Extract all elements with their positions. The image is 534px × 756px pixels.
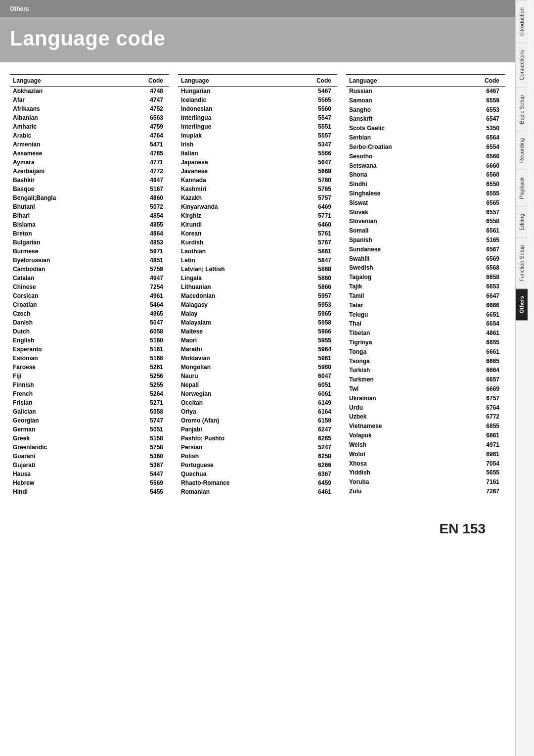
- language-name: Slovak: [346, 208, 453, 217]
- col2-lang-header: Language: [178, 75, 289, 87]
- language-code: 6553: [453, 105, 505, 115]
- language-code: 4847: [117, 176, 169, 185]
- language-name: Persian: [178, 443, 289, 452]
- table-row: Thai6654: [346, 319, 505, 329]
- language-name: Swahili: [346, 254, 453, 264]
- language-code: 4947: [117, 274, 169, 283]
- table-row: Mongolian5960: [178, 363, 337, 372]
- table-row: Kannada5760: [178, 176, 337, 185]
- table-row: Swedish6568: [346, 263, 505, 273]
- language-name: Tatar: [346, 301, 453, 310]
- sidebar-tab-connections[interactable]: Connections: [516, 43, 528, 87]
- language-code: 6651: [453, 310, 505, 320]
- language-name: Malayalam: [178, 318, 289, 327]
- sidebar-tab-editing[interactable]: Editing: [516, 206, 528, 237]
- language-code: 5866: [289, 283, 337, 291]
- language-name: Albanian: [10, 113, 117, 122]
- language-name: Lithuanian: [178, 283, 289, 291]
- main-content: Others Language code Language Code Abkha…: [0, 0, 515, 756]
- table-row: Bulgarian4853: [10, 238, 169, 247]
- language-name: Oromo (Afan): [178, 416, 289, 425]
- language-name: Cambodian: [10, 265, 117, 274]
- language-code: 4853: [117, 238, 169, 247]
- language-code: 6565: [453, 198, 505, 208]
- language-code: 4854: [117, 211, 169, 220]
- table-row: Czech4965: [10, 309, 169, 318]
- table-row: Galician5358: [10, 407, 169, 416]
- sidebar-tab-introduction[interactable]: Introduction: [516, 0, 528, 43]
- language-name: German: [10, 425, 117, 434]
- table-row: Macedonian5957: [178, 291, 337, 300]
- table-row: Spanish5165: [346, 236, 505, 245]
- language-name: Javanese: [178, 167, 289, 176]
- table-row: Kurdish5767: [178, 238, 337, 247]
- language-code: 5961: [289, 354, 337, 363]
- table-row: Hausa5447: [10, 470, 169, 478]
- language-name: Panjabi: [178, 425, 289, 434]
- table-row: Afrikaans4752: [10, 104, 169, 113]
- sidebar-tab-basic-setup[interactable]: Basic Setup: [516, 88, 528, 131]
- tables-section: Language Code Abkhazian4748Afar4747Afrik…: [0, 62, 515, 506]
- table-row: Hindi5455: [10, 487, 169, 496]
- table-row: Indonesian5560: [178, 104, 337, 113]
- table-row: Malagasy5953: [178, 300, 337, 309]
- language-code: 5771: [289, 211, 337, 220]
- table-row: Panjabi6247: [178, 425, 337, 434]
- language-name: Guarani: [10, 452, 117, 461]
- table-row: Kazakh5757: [178, 193, 337, 202]
- language-name: Assamese: [10, 149, 117, 158]
- language-name: Arabic: [10, 131, 117, 140]
- language-code: 6061: [289, 389, 337, 398]
- language-code: 5247: [289, 443, 337, 452]
- language-name: Kirghiz: [178, 211, 289, 220]
- table-row: Burmese5971: [10, 247, 169, 256]
- table-row: Zulu7267: [346, 487, 505, 496]
- language-name: Sesotho: [346, 152, 453, 161]
- language-code: 6666: [453, 301, 505, 310]
- language-name: Tonga: [346, 347, 453, 357]
- table-row: Albanian6563: [10, 113, 169, 122]
- sidebar-tab-function-setup[interactable]: Function Setup: [516, 237, 528, 288]
- language-name: Bhutani: [10, 202, 117, 211]
- table-row: Marathi5964: [178, 345, 337, 354]
- page-wrapper: Others Language code Language Code Abkha…: [0, 0, 534, 756]
- language-name: Telugu: [346, 310, 453, 320]
- table-row: English5160: [10, 336, 169, 345]
- language-code: 6159: [289, 416, 337, 425]
- table-row: Azerbaijani4772: [10, 167, 169, 176]
- language-code: 5960: [289, 363, 337, 372]
- footer-page-number: EN 153: [440, 521, 486, 537]
- language-name: Bashkir: [10, 176, 117, 185]
- table-row: Somali6561: [346, 226, 505, 236]
- sidebar-tab-recording[interactable]: Recording: [516, 131, 528, 170]
- language-name: Bengali;Bangla: [10, 193, 117, 202]
- table-row: Quechua6367: [178, 470, 337, 478]
- table-row: Slovenian6558: [346, 217, 505, 226]
- language-name: Byelorussian: [10, 256, 117, 265]
- table-row: Serbo-Croatian6554: [346, 142, 505, 152]
- table-row: Afar4747: [10, 95, 169, 104]
- language-name: Serbian: [346, 133, 453, 142]
- table-row: Lithuanian5866: [178, 283, 337, 291]
- language-code: 6772: [453, 412, 505, 422]
- sidebar-tab-others[interactable]: Others: [516, 288, 528, 320]
- language-name: Scots Gaelic: [346, 124, 453, 133]
- language-code: 5447: [117, 470, 169, 478]
- table-row: Greenlandic5758: [10, 443, 169, 452]
- language-table-2: Language Code Hungarian5467Icelandic5565…: [178, 74, 337, 496]
- language-code: 5455: [117, 487, 169, 496]
- language-name: Turkish: [346, 366, 453, 375]
- table-row: Tajik6653: [346, 282, 505, 291]
- table-row: Telugu6651: [346, 310, 505, 320]
- table-row: Basque5167: [10, 185, 169, 193]
- language-code: 7054: [453, 459, 505, 469]
- language-code: 6657: [453, 375, 505, 384]
- language-code: 5957: [289, 291, 337, 300]
- language-name: Thai: [346, 319, 453, 329]
- sidebar-tab-playback[interactable]: Playback: [516, 170, 528, 206]
- table-row: Arabic4764: [10, 131, 169, 140]
- table-row: Tigrinya6655: [346, 338, 505, 347]
- language-code: 4772: [117, 167, 169, 176]
- table-row: Bhutani5072: [10, 202, 169, 211]
- language-code: 6051: [289, 380, 337, 389]
